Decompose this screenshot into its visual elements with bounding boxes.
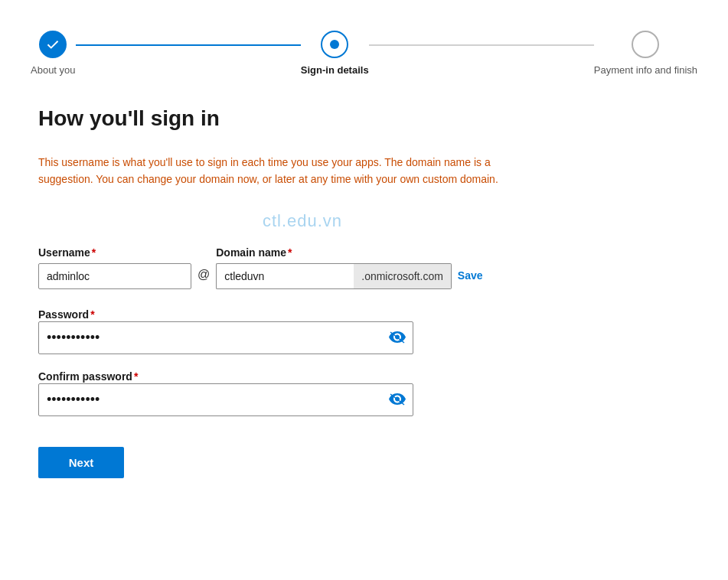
domain-input-wrapper: .onmicrosoft.com bbox=[216, 263, 452, 289]
watermark-text: ctl.edu.vn bbox=[38, 211, 566, 231]
info-text: This username is what you'll use to sign… bbox=[38, 154, 513, 188]
page-title: How you'll sign in bbox=[38, 106, 566, 131]
username-required: * bbox=[92, 246, 96, 259]
username-input[interactable] bbox=[38, 263, 191, 289]
main-content: How you'll sign in This username is what… bbox=[31, 106, 566, 478]
password-field-group: Password* bbox=[38, 308, 566, 354]
step-payment-info: Payment info and finish bbox=[594, 31, 697, 76]
step-circle-inner bbox=[330, 40, 339, 49]
password-wrapper bbox=[38, 321, 413, 354]
confirm-password-toggle-button[interactable] bbox=[389, 393, 406, 406]
step-label-payment: Payment info and finish bbox=[594, 64, 697, 76]
confirm-password-wrapper bbox=[38, 383, 413, 416]
username-label: Username* bbox=[38, 246, 191, 259]
domain-suffix: .onmicrosoft.com bbox=[354, 263, 452, 289]
step-circle-about-you bbox=[39, 31, 67, 58]
step-line-1 bbox=[76, 44, 301, 46]
at-sign: @ bbox=[198, 268, 210, 289]
checkmark-icon bbox=[46, 37, 60, 51]
domain-input[interactable] bbox=[216, 263, 354, 289]
password-toggle-button[interactable] bbox=[389, 331, 406, 344]
confirm-password-label: Confirm password* bbox=[38, 370, 138, 383]
domain-label: Domain name* bbox=[216, 246, 452, 259]
next-button[interactable]: Next bbox=[38, 447, 124, 478]
confirm-password-field-group: Confirm password* bbox=[38, 370, 566, 416]
eye-icon bbox=[389, 331, 406, 344]
eye-icon-confirm bbox=[389, 393, 406, 406]
password-input[interactable] bbox=[38, 321, 413, 354]
domain-required: * bbox=[288, 246, 292, 259]
confirm-required: * bbox=[134, 370, 138, 383]
confirm-password-input[interactable] bbox=[38, 383, 413, 416]
progress-bar: About you Sign-in details Payment info a… bbox=[31, 23, 697, 76]
password-label: Password* bbox=[38, 308, 95, 321]
username-field-group: Username* bbox=[38, 246, 191, 289]
step-label-about-you: About you bbox=[31, 64, 76, 76]
step-label-sign-in: Sign-in details bbox=[301, 64, 369, 76]
domain-field-group: Domain name* .onmicrosoft.com bbox=[216, 246, 452, 289]
step-sign-in-details: Sign-in details bbox=[301, 31, 369, 76]
step-about-you: About you bbox=[31, 31, 76, 76]
save-link[interactable]: Save bbox=[458, 269, 483, 289]
username-domain-row: Username* @ Domain name* .onmicrosoft.co… bbox=[38, 246, 566, 289]
step-line-2 bbox=[369, 44, 594, 46]
step-circle-payment bbox=[632, 31, 659, 58]
password-required: * bbox=[90, 308, 94, 321]
step-circle-sign-in bbox=[321, 31, 348, 58]
